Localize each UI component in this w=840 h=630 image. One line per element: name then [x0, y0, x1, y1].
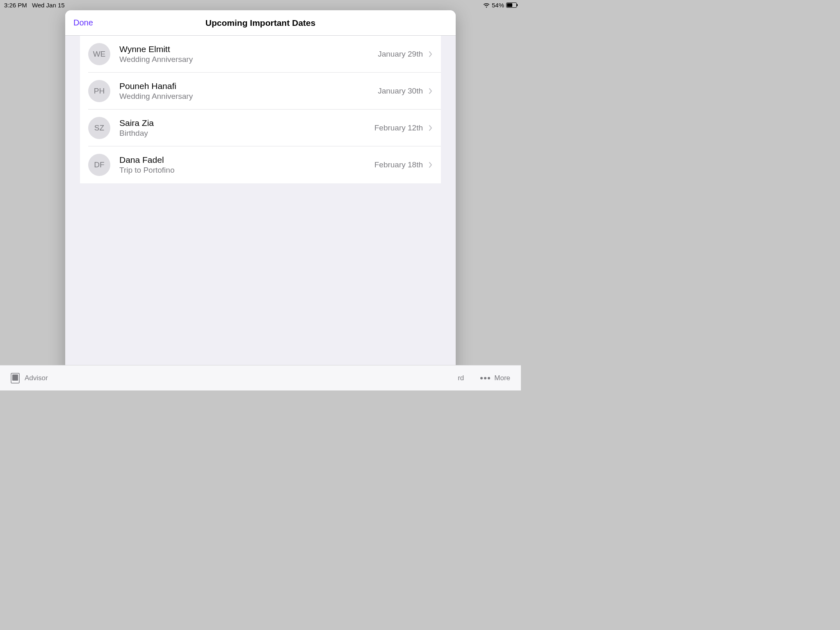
row-text: Pouneh Hanafi Wedding Anniversary: [119, 81, 378, 101]
list-item[interactable]: SZ Saira Zia Birthday February 12th: [80, 110, 441, 146]
row-date: February 18th: [374, 160, 423, 169]
row-date: January 30th: [378, 87, 423, 96]
row-event: Wedding Anniversary: [119, 92, 378, 101]
row-event: Trip to Portofino: [119, 166, 374, 175]
svg-rect-1: [12, 374, 18, 381]
status-left: 3:26 PM Wed Jan 15: [4, 2, 65, 9]
row-text: Wynne Elmitt Wedding Anniversary: [119, 44, 378, 64]
bottom-tab-bar: Advisor rd More: [0, 365, 521, 390]
more-icon[interactable]: [480, 377, 490, 379]
bottom-right: rd More: [458, 374, 510, 382]
tablet-icon: [11, 373, 20, 383]
list-item[interactable]: WE Wynne Elmitt Wedding Anniversary Janu…: [80, 36, 441, 73]
status-time: 3:26 PM: [4, 2, 27, 9]
modal-sheet: Done Upcoming Important Dates WE Wynne E…: [65, 10, 456, 390]
row-date: January 29th: [378, 50, 423, 59]
dates-list: WE Wynne Elmitt Wedding Anniversary Janu…: [80, 36, 441, 183]
row-name: Wynne Elmitt: [119, 44, 378, 54]
row-text: Saira Zia Birthday: [119, 118, 374, 138]
status-battery-percent: 54%: [492, 2, 504, 9]
done-button[interactable]: Done: [73, 18, 93, 27]
row-name: Dana Fadel: [119, 155, 374, 165]
list-item[interactable]: PH Pouneh Hanafi Wedding Anniversary Jan…: [80, 73, 441, 110]
tab-label-fragment: rd: [458, 374, 464, 382]
list-item[interactable]: DF Dana Fadel Trip to Portofino February…: [80, 146, 441, 183]
avatar: PH: [88, 80, 110, 102]
status-right: 54%: [483, 2, 517, 9]
chevron-right-icon: [429, 162, 433, 168]
battery-icon: [506, 2, 517, 8]
avatar: WE: [88, 43, 110, 65]
wifi-icon: [483, 2, 490, 7]
tab-advisor[interactable]: Advisor: [11, 373, 48, 383]
avatar: DF: [88, 154, 110, 176]
row-date: February 12th: [374, 123, 423, 132]
modal-title: Upcoming Important Dates: [65, 18, 456, 28]
row-event: Birthday: [119, 129, 374, 138]
row-text: Dana Fadel Trip to Portofino: [119, 155, 374, 175]
row-event: Wedding Anniversary: [119, 55, 378, 64]
avatar: SZ: [88, 117, 110, 139]
modal-header: Done Upcoming Important Dates: [65, 10, 456, 36]
row-name: Saira Zia: [119, 118, 374, 128]
tab-more-label[interactable]: More: [494, 374, 510, 382]
chevron-right-icon: [429, 51, 433, 57]
status-date: Wed Jan 15: [32, 2, 65, 9]
status-bar: 3:26 PM Wed Jan 15 54%: [0, 0, 521, 10]
tab-label: Advisor: [25, 374, 48, 382]
row-name: Pouneh Hanafi: [119, 81, 378, 91]
chevron-right-icon: [429, 125, 433, 131]
chevron-right-icon: [429, 88, 433, 94]
